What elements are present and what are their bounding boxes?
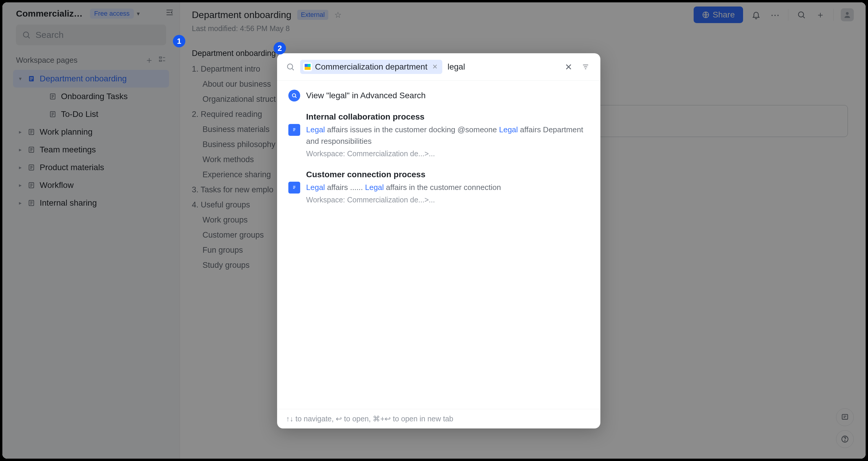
doc-icon: [27, 145, 35, 154]
nav-label: Internal sharing: [40, 198, 97, 208]
nav-label: To-Do List: [61, 109, 98, 119]
advanced-search-icon: [288, 90, 300, 101]
comments-fab[interactable]: [836, 408, 854, 426]
search-dialog-header: Commercialization department ✕ ✕: [277, 53, 600, 81]
filter-icon[interactable]: [580, 61, 591, 73]
workspace-pages-header: Workspace pages ＋: [2, 51, 180, 70]
svg-point-16: [846, 12, 848, 15]
sidebar: Commercializati... Free access ▾ Search …: [2, 2, 180, 459]
svg-rect-2: [159, 60, 162, 61]
separator: [833, 9, 834, 21]
nav-item-workflow[interactable]: ▸ Workflow: [13, 176, 169, 194]
result-path: Workspace: Commercialization de...>...: [306, 196, 501, 204]
workspace-title: Commercializati...: [16, 8, 87, 19]
advanced-search-label: View "legal" in Advanced Search: [306, 91, 426, 100]
svg-point-22: [292, 94, 296, 97]
nav-item-todo-list[interactable]: To-Do List: [37, 105, 169, 123]
advanced-search-row[interactable]: View "legal" in Advanced Search: [277, 85, 600, 106]
close-chip-icon[interactable]: ✕: [430, 63, 439, 71]
doc-icon: [27, 163, 35, 172]
more-icon[interactable]: ⋯: [769, 9, 781, 21]
doc-icon: [288, 182, 300, 194]
nav-label: Onboarding Tasks: [61, 92, 128, 101]
doc-icon: [27, 199, 35, 207]
separator: [788, 9, 788, 21]
doc-icon: [49, 92, 57, 101]
search-result[interactable]: Customer connection processLegal affairs…: [277, 164, 600, 210]
last-modified: Last modified: 4:56 PM May 8: [180, 23, 866, 37]
nav-list: ▾ Department onboarding Onboarding Tasks: [2, 70, 180, 212]
nav-item-team-meetings[interactable]: ▸ Team meetings: [13, 141, 169, 159]
search-scope-chip[interactable]: Commercialization department ✕: [300, 60, 442, 74]
svg-rect-1: [159, 57, 162, 58]
scope-chip-label: Commercialization department: [315, 62, 428, 72]
doc-icon: [27, 128, 35, 136]
free-access-badge: Free access: [90, 8, 134, 19]
chevron-down-icon[interactable]: ▾: [137, 10, 140, 17]
close-dialog-icon[interactable]: ✕: [562, 61, 574, 73]
nav-label: Workflow: [40, 180, 74, 190]
annotation-1: 1: [173, 35, 185, 47]
doc-icon: [288, 124, 300, 136]
collapse-sidebar-icon[interactable]: [165, 8, 174, 19]
svg-rect-17: [842, 415, 848, 419]
help-fab[interactable]: [836, 430, 854, 448]
search-result[interactable]: Internal collaboration processLegal affa…: [277, 106, 600, 164]
nav-label: Department onboarding: [40, 74, 127, 84]
plus-icon[interactable]: ＋: [814, 9, 826, 21]
nav-item-onboarding-tasks[interactable]: Onboarding Tasks: [37, 88, 169, 105]
svg-rect-6: [30, 79, 32, 80]
annotation-2: 2: [274, 42, 286, 55]
result-title: Customer connection process: [306, 170, 501, 179]
triangle-right-icon[interactable]: ▸: [17, 147, 23, 153]
globe-icon: [702, 11, 710, 19]
search-dialog: Commercialization department ✕ ✕ View "l…: [277, 53, 600, 428]
triangle-down-icon[interactable]: ▾: [17, 76, 23, 82]
sidebar-search[interactable]: Search: [16, 25, 166, 45]
svg-point-0: [23, 32, 29, 37]
nav-item-work-planning[interactable]: ▸ Work planning: [13, 123, 169, 141]
nav-item-internal-sharing[interactable]: ▸ Internal sharing: [13, 194, 169, 212]
svg-point-19: [845, 440, 845, 441]
svg-point-15: [799, 12, 804, 17]
topbar: Department onboarding External ☆ Share ⋯…: [180, 2, 866, 23]
star-icon[interactable]: ☆: [334, 10, 342, 20]
external-badge: External: [297, 10, 328, 20]
search-icon[interactable]: [796, 9, 807, 21]
bell-icon[interactable]: [750, 9, 762, 21]
workspace-icon: [303, 62, 312, 71]
doc-title: Department onboarding: [192, 9, 291, 21]
search-results: View "legal" in Advanced Search Internal…: [277, 81, 600, 409]
search-input[interactable]: [447, 62, 557, 72]
share-label: Share: [713, 10, 735, 20]
nav-item-product-materials[interactable]: ▸ Product materials: [13, 159, 169, 176]
doc-icon: [49, 110, 57, 118]
add-page-icon[interactable]: ＋: [145, 54, 154, 66]
doc-icon: [27, 181, 35, 189]
nav-label: Team meetings: [40, 145, 96, 155]
triangle-right-icon[interactable]: ▸: [17, 129, 23, 135]
nav-label: Product materials: [40, 163, 104, 172]
result-path: Workspace: Commercialization de...>...: [306, 150, 589, 158]
result-title: Internal collaboration process: [306, 112, 589, 122]
svg-point-20: [287, 64, 293, 69]
nav-item-department-onboarding[interactable]: ▾ Department onboarding: [13, 70, 169, 88]
search-dialog-footer: ↑↓ to navigate, ↩ to open, ⌘+↩ to open i…: [277, 409, 600, 428]
share-button[interactable]: Share: [694, 6, 743, 23]
result-snippet: Legal affairs ...... Legal affairs in th…: [306, 182, 501, 193]
result-snippet: Legal affairs issues in the customer doc…: [306, 124, 589, 147]
svg-rect-5: [30, 78, 33, 79]
search-placeholder: Search: [35, 30, 64, 40]
section-label: Workspace pages: [16, 56, 78, 65]
svg-rect-4: [30, 77, 33, 78]
triangle-right-icon[interactable]: ▸: [17, 200, 23, 206]
workspace-header[interactable]: Commercializati... Free access ▾: [2, 2, 180, 22]
search-icon: [22, 31, 31, 39]
search-icon: [286, 62, 295, 71]
section-more-icon[interactable]: [158, 55, 166, 65]
triangle-right-icon[interactable]: ▸: [17, 182, 23, 188]
avatar[interactable]: [841, 8, 854, 21]
triangle-right-icon[interactable]: ▸: [17, 165, 23, 170]
doc-icon: [27, 74, 35, 83]
nav-label: Work planning: [40, 127, 92, 137]
